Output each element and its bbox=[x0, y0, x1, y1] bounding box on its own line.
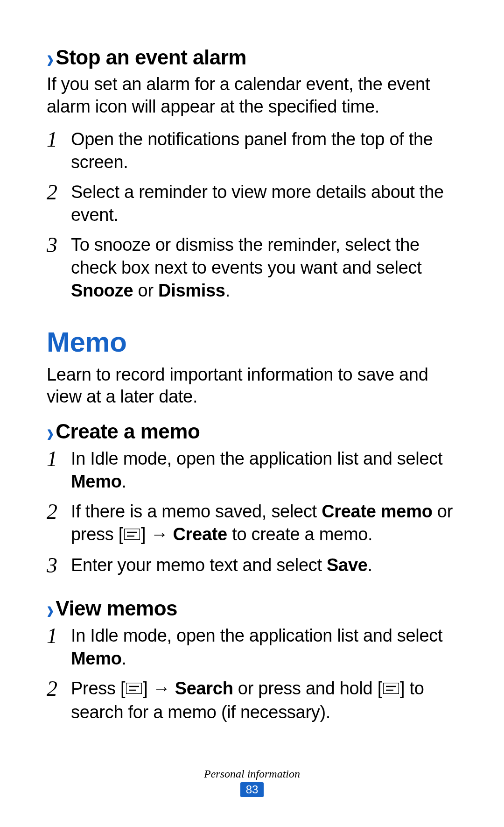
subheading-text: Stop an event alarm bbox=[56, 46, 246, 69]
step-text: Open the notifications panel from the to… bbox=[71, 128, 457, 174]
subheading-view-memos: ›View memos bbox=[47, 595, 457, 621]
step-item: 3 Enter your memo text and select Save. bbox=[47, 554, 457, 577]
document-page: ›Stop an event alarm If you set an alarm… bbox=[0, 0, 504, 827]
step-text: Select a reminder to view more details a… bbox=[71, 181, 457, 227]
svg-rect-3 bbox=[126, 683, 142, 694]
menu-icon bbox=[383, 677, 399, 700]
menu-icon bbox=[126, 677, 142, 700]
steps-view-memos: 1 In Idle mode, open the application lis… bbox=[47, 624, 457, 724]
step-number: 2 bbox=[47, 181, 71, 203]
svg-rect-6 bbox=[383, 683, 399, 694]
svg-rect-0 bbox=[124, 529, 140, 540]
step-number: 2 bbox=[47, 677, 71, 700]
subheading-create-memo: ›Create a memo bbox=[47, 418, 457, 444]
page-footer: Personal information 83 bbox=[0, 768, 504, 797]
subheading-text: Create a memo bbox=[56, 420, 200, 443]
step-item: 2 Select a reminder to view more details… bbox=[47, 181, 457, 227]
step-number: 1 bbox=[47, 447, 71, 470]
step-text: Press [] → Search or press and hold [] t… bbox=[71, 677, 457, 724]
intro-memo: Learn to record important information to… bbox=[47, 364, 457, 408]
steps-create-memo: 1 In Idle mode, open the application lis… bbox=[47, 447, 457, 577]
section-title-memo: Memo bbox=[47, 326, 457, 358]
step-number: 3 bbox=[47, 554, 71, 576]
page-number-badge: 83 bbox=[240, 782, 264, 797]
step-number: 1 bbox=[47, 624, 71, 647]
menu-icon bbox=[124, 523, 140, 545]
step-item: 1 Open the notifications panel from the … bbox=[47, 128, 457, 174]
chevron-icon: › bbox=[47, 42, 53, 74]
step-item: 3 To snooze or dismiss the reminder, sel… bbox=[47, 233, 457, 303]
chevron-icon: › bbox=[47, 594, 53, 625]
subheading-stop-alarm: ›Stop an event alarm bbox=[47, 44, 457, 70]
step-text: Enter your memo text and select Save. bbox=[71, 554, 372, 577]
footer-section-label: Personal information bbox=[0, 768, 504, 780]
subheading-text: View memos bbox=[56, 597, 177, 620]
steps-stop-alarm: 1 Open the notifications panel from the … bbox=[47, 128, 457, 303]
step-item: 2 Press [] → Search or press and hold []… bbox=[47, 677, 457, 724]
step-item: 1 In Idle mode, open the application lis… bbox=[47, 624, 457, 671]
step-text: If there is a memo saved, select Create … bbox=[71, 500, 457, 547]
step-text: To snooze or dismiss the reminder, selec… bbox=[71, 233, 457, 303]
step-number: 2 bbox=[47, 500, 71, 523]
step-item: 1 In Idle mode, open the application lis… bbox=[47, 447, 457, 494]
step-item: 2 If there is a memo saved, select Creat… bbox=[47, 500, 457, 547]
chevron-icon: › bbox=[47, 416, 53, 448]
step-text: In Idle mode, open the application list … bbox=[71, 624, 457, 671]
step-number: 3 bbox=[47, 233, 71, 256]
step-text: In Idle mode, open the application list … bbox=[71, 447, 457, 494]
step-number: 1 bbox=[47, 128, 71, 150]
intro-stop-alarm: If you set an alarm for a calendar event… bbox=[47, 73, 457, 118]
